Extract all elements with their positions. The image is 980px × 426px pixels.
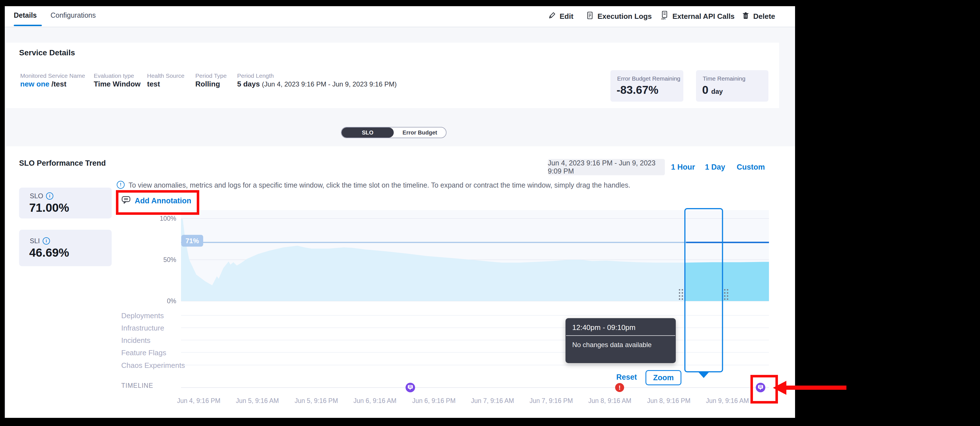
x-tick-0: Jun 4, 9:16 PM xyxy=(165,397,232,405)
date-range-badge[interactable]: Jun 4, 2023 9:16 PM - Jun 9, 2023 9:09 P… xyxy=(548,159,665,175)
time-remaining-box: Time Remaining 0 day xyxy=(696,70,768,102)
slo-card: SLO i 71.00% xyxy=(19,188,112,219)
api-document-icon: API xyxy=(660,11,669,22)
range-link-1-hour[interactable]: 1 Hour xyxy=(671,163,695,172)
slo-info-icon[interactable]: i xyxy=(46,192,53,199)
add-annotation-button[interactable]: Add Annotation xyxy=(121,195,191,206)
edit-label: Edit xyxy=(560,12,573,21)
svg-text:71%: 71% xyxy=(186,237,199,244)
trash-icon xyxy=(741,11,750,22)
speech-bubble-icon xyxy=(121,195,131,206)
slo-card-label: SLO xyxy=(30,192,43,200)
slo-trend-chart[interactable]: 71%! xyxy=(169,205,783,396)
monitored-service-suffix: /test xyxy=(49,80,67,88)
field-value-period-length: 5 days (Jun 4, 2023 9:16 PM - Jun 9, 202… xyxy=(237,80,396,88)
view-toggle: SLO Error Budget xyxy=(341,127,447,138)
timeline-label: TIMELINE xyxy=(121,382,153,389)
tab-details[interactable]: Details xyxy=(14,11,37,19)
field-value-monitored-service: new one /test xyxy=(20,80,67,88)
service-details-title: Service Details xyxy=(19,48,75,57)
changes-tooltip: 12:40pm - 09:10pm No changes data availa… xyxy=(565,318,676,363)
row-label-incidents: Incidents xyxy=(121,336,150,345)
error-budget-remaining-label: Error Budget Remaining xyxy=(610,70,683,82)
reset-button[interactable]: Reset xyxy=(616,373,637,381)
row-label-infrastructure: Infrastructure xyxy=(121,324,164,332)
time-remaining-unit: day xyxy=(711,88,723,96)
x-tick-1: Jun 5, 9:16 AM xyxy=(224,397,291,405)
annotation-arrow-head xyxy=(773,381,786,395)
x-tick-2: Jun 5, 9:16 PM xyxy=(283,397,350,405)
x-tick-3: Jun 6, 9:16 AM xyxy=(341,397,409,405)
timeline-error-icon[interactable]: ! xyxy=(615,383,624,392)
slo-card-value: 71.00% xyxy=(19,200,112,215)
y-tick-100: 100% xyxy=(151,215,176,222)
edit-button[interactable]: Edit xyxy=(548,11,573,22)
field-value-evaluation-type: Time Window xyxy=(94,80,141,88)
tooltip-body: No changes data available xyxy=(565,336,676,354)
execution-logs-button[interactable]: Execution Logs xyxy=(586,11,652,22)
x-tick-6: Jun 7, 9:16 PM xyxy=(517,397,585,405)
y-tick-50: 50% xyxy=(151,256,176,264)
period-length-days: 5 days xyxy=(237,80,262,88)
add-annotation-label: Add Annotation xyxy=(135,196,191,205)
info-icon: ! xyxy=(117,181,125,189)
toggle-error-budget[interactable]: Error Budget xyxy=(394,128,446,137)
delete-label: Delete xyxy=(753,12,775,21)
row-label-feature-flags: Feature Flags xyxy=(121,348,166,357)
timeline-annotation-icon[interactable] xyxy=(406,383,415,392)
external-api-calls-button[interactable]: API External API Calls xyxy=(660,11,735,22)
sli-card-value: 46.69% xyxy=(19,245,112,260)
x-tick-4: Jun 6, 9:16 PM xyxy=(400,397,468,405)
field-label-monitored-service: Monitored Service Name xyxy=(20,72,85,79)
x-tick-5: Jun 7, 9:16 AM xyxy=(459,397,526,405)
trend-title: SLO Performance Trend xyxy=(19,159,106,168)
error-budget-remaining-value: -83.67% xyxy=(610,82,683,96)
y-tick-0: 0% xyxy=(151,297,176,305)
field-label-period-length: Period Length xyxy=(237,72,274,79)
tab-configurations[interactable]: Configurations xyxy=(51,11,96,19)
selection-pointer xyxy=(698,372,709,378)
toggle-slo[interactable]: SLO xyxy=(342,128,394,137)
tab-details-underline xyxy=(14,25,42,26)
delete-button[interactable]: Delete xyxy=(741,11,775,22)
sli-card-label: SLI xyxy=(30,237,40,245)
document-icon xyxy=(586,11,594,22)
pencil-icon xyxy=(548,11,556,22)
range-link-custom[interactable]: Custom xyxy=(737,163,765,172)
x-tick-7: Jun 8, 9:16 AM xyxy=(576,397,644,405)
row-label-deployments: Deployments xyxy=(121,311,164,320)
field-label-evaluation-type: Evaluation type xyxy=(94,72,134,79)
sli-info-icon[interactable]: i xyxy=(43,237,50,244)
tooltip-time-range: 12:40pm - 09:10pm xyxy=(565,318,676,335)
field-label-period-type: Period Type xyxy=(195,72,227,79)
svg-text:API: API xyxy=(661,18,665,20)
annotation-arrow-shaft xyxy=(786,386,846,390)
row-label-chaos-experiments: Chaos Experiments xyxy=(121,361,185,370)
field-label-health-source: Health Source xyxy=(147,72,185,79)
time-remaining-value: 0 xyxy=(702,84,708,96)
sli-card: SLI i 46.69% xyxy=(19,230,112,266)
external-api-calls-label: External API Calls xyxy=(672,12,735,21)
svg-text:!: ! xyxy=(619,384,620,391)
error-budget-remaining-box: Error Budget Remaining -83.67% xyxy=(610,70,683,102)
trend-info-text: To view anomalies, metrics and logs for … xyxy=(129,181,630,189)
monitored-service-link[interactable]: new one xyxy=(20,80,49,88)
execution-logs-label: Execution Logs xyxy=(598,12,652,21)
time-remaining-label: Time Remaining xyxy=(696,70,768,82)
x-tick-8: Jun 8, 9:16 PM xyxy=(635,397,702,405)
range-link-1-day[interactable]: 1 Day xyxy=(705,163,725,172)
field-value-health-source: test xyxy=(147,80,160,88)
period-length-range: (Jun 4, 2023 9:16 PM - Jun 9, 2023 9:16 … xyxy=(262,80,396,88)
zoom-button[interactable]: Zoom xyxy=(646,370,681,385)
field-value-period-type: Rolling xyxy=(195,80,220,88)
